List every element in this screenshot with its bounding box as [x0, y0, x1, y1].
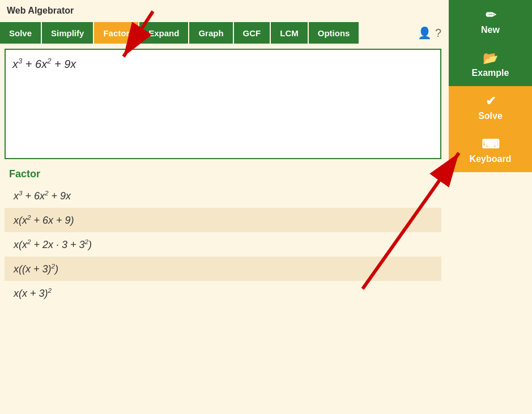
pencil-icon: ✏ — [486, 8, 496, 23]
new-button[interactable]: ✏ New — [449, 0, 532, 43]
tab-icons: 👤 ? — [418, 26, 441, 40]
input-expression: x3 + 6x2 + 9x — [12, 58, 76, 70]
tab-expand[interactable]: Expand — [139, 22, 188, 44]
user-icon[interactable]: 👤 — [418, 26, 432, 40]
result-step-3: x(x2 + 2x · 3 + 32) — [5, 232, 441, 257]
result-step-2: x(x2 + 6x + 9) — [5, 208, 441, 232]
tab-graph[interactable]: Graph — [189, 22, 232, 44]
tab-factor[interactable]: Factor — [94, 22, 138, 44]
result-step-5: x(x + 3)2 — [5, 281, 441, 305]
dropdown-icon: ▼ — [486, 137, 494, 146]
app-title: Web Algebrator — [7, 6, 74, 16]
results-title: Factor — [5, 164, 441, 183]
tab-gcf[interactable]: GCF — [234, 22, 270, 44]
new-label: New — [481, 25, 500, 35]
help-icon[interactable]: ? — [435, 27, 441, 40]
tab-solve[interactable]: Solve — [0, 22, 41, 44]
keyboard-label: Keyboard — [470, 154, 512, 164]
folder-icon: 📂 — [483, 51, 498, 66]
result-step-1: x3 + 6x2 + 9x — [5, 183, 441, 208]
tab-options[interactable]: Options — [309, 22, 359, 44]
keyboard-button[interactable]: ⌨ ▼ Keyboard — [449, 129, 532, 172]
expression-input[interactable]: x3 + 6x2 + 9x — [5, 49, 441, 159]
example-button[interactable]: 📂 Example — [449, 43, 532, 86]
solve-label: Solve — [478, 111, 503, 121]
results-area: Factor x3 + 6x2 + 9x x(x2 + 6x + 9) x(x2… — [5, 164, 441, 305]
example-label: Example — [472, 68, 509, 78]
sidebar: ✏ New 📂 Example ✔ Solve ⌨ ▼ Keyboard — [449, 0, 532, 172]
result-step-4: x((x + 3)2) — [5, 257, 441, 281]
tab-simplify[interactable]: Simplify — [42, 22, 93, 44]
tab-lcm[interactable]: LCM — [271, 22, 308, 44]
solve-button[interactable]: ✔ Solve — [449, 86, 532, 129]
checkmark-icon: ✔ — [486, 94, 496, 109]
